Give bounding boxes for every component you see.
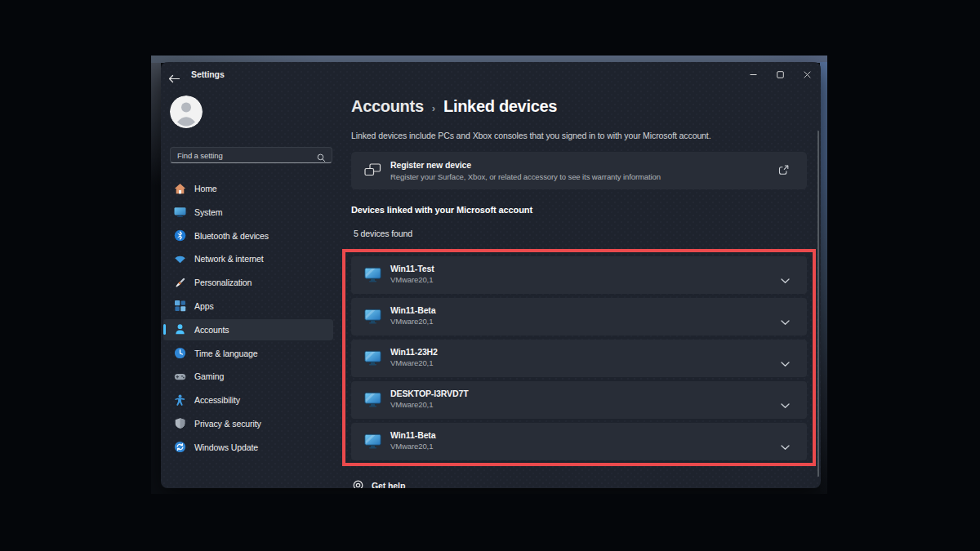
minimize-button[interactable] <box>740 62 767 87</box>
device-row-win11-beta-2[interactable]: Win11-Beta VMware20,1 <box>351 423 807 460</box>
back-arrow-icon <box>168 74 180 83</box>
wifi-icon <box>174 253 186 265</box>
sidebar-item-label: Time & language <box>194 349 258 358</box>
avatar[interactable] <box>170 96 203 128</box>
close-icon <box>804 71 811 78</box>
search-icon <box>317 151 326 166</box>
monitor-icon <box>364 350 381 370</box>
sidebar-item-accessibility[interactable]: Accessibility <box>163 389 333 411</box>
device-name: Win11-Test <box>390 264 434 273</box>
desktop-background: Settings Find a setting Home <box>151 56 827 494</box>
search-placeholder: Find a setting <box>177 151 223 160</box>
page-description: Linked devices include PCs and Xbox cons… <box>351 131 711 140</box>
breadcrumb-separator: › <box>432 102 435 114</box>
accounts-icon <box>174 323 186 335</box>
accessibility-icon <box>174 394 186 407</box>
breadcrumb-accounts[interactable]: Accounts <box>351 97 424 115</box>
back-button[interactable] <box>168 72 180 81</box>
device-name: Win11-Beta <box>390 430 436 440</box>
external-link-icon[interactable] <box>777 165 789 180</box>
sidebar-item-label: Bluetooth & devices <box>194 231 269 241</box>
sidebar-item-label: Personalization <box>194 278 252 287</box>
update-icon <box>174 441 186 453</box>
device-model: VMware20,1 <box>390 317 433 326</box>
device-name: Win11-Beta <box>390 305 436 315</box>
system-icon <box>174 206 186 218</box>
sidebar-item-apps[interactable]: Apps <box>163 295 333 317</box>
sidebar-item-label: Privacy & security <box>194 419 261 429</box>
shield-icon <box>174 417 186 429</box>
main-content: Accounts›Linked devices Linked devices i… <box>351 90 821 488</box>
wallpaper-left-band <box>151 63 161 185</box>
settings-window: Settings Find a setting Home <box>161 62 821 488</box>
monitor-icon <box>364 309 381 328</box>
sidebar-item-bluetooth-devices[interactable]: Bluetooth & devices <box>163 225 333 247</box>
chevron-down-icon[interactable] <box>781 314 790 329</box>
chevron-down-icon[interactable] <box>781 273 790 287</box>
sidebar-item-gaming[interactable]: Gaming <box>163 366 333 387</box>
user-icon <box>170 96 203 128</box>
sidebar-item-home[interactable]: Home <box>163 178 333 199</box>
maximize-icon <box>777 71 784 78</box>
sidebar-item-label: Home <box>194 184 217 193</box>
chevron-down-icon[interactable] <box>781 398 790 412</box>
sidebar-item-accounts[interactable]: Accounts <box>163 319 333 340</box>
device-model: VMware20,1 <box>390 275 433 284</box>
sidebar-item-label: Network & internet <box>194 254 264 264</box>
sidebar-nav: Home System Bluetooth & devices Network … <box>163 178 333 460</box>
gamepad-icon <box>174 371 186 383</box>
device-name: DESKTOP-I3RVD7T <box>390 389 469 398</box>
devices-icon <box>364 163 381 181</box>
device-row-win11-23h2[interactable]: Win11-23H2 VMware20,1 <box>351 340 807 377</box>
brush-icon <box>174 277 186 289</box>
search-input[interactable]: Find a setting <box>170 147 332 163</box>
minimize-icon <box>750 71 757 78</box>
monitor-icon <box>364 267 381 287</box>
device-model: VMware20,1 <box>390 358 433 367</box>
sidebar-item-label: System <box>194 207 222 217</box>
apps-icon <box>174 300 186 312</box>
register-title: Register new device <box>390 160 471 170</box>
home-icon <box>174 183 186 195</box>
window-title: Settings <box>191 69 225 79</box>
active-indicator <box>163 324 166 335</box>
register-new-device-card[interactable]: Register new device Register your Surfac… <box>351 152 807 189</box>
device-model: VMware20,1 <box>390 442 433 451</box>
get-help-link[interactable]: Get help <box>353 480 405 488</box>
sidebar-item-label: Apps <box>194 301 214 311</box>
sidebar-item-privacy-security[interactable]: Privacy & security <box>163 413 333 434</box>
monitor-icon <box>364 433 381 453</box>
devices-count: 5 devices found <box>354 229 412 238</box>
device-row-win11-beta[interactable]: Win11-Beta VMware20,1 <box>351 298 807 335</box>
clock-icon <box>174 347 186 359</box>
window-controls <box>740 62 821 87</box>
sidebar-item-label: Accounts <box>194 325 229 335</box>
device-model: VMware20,1 <box>390 400 433 409</box>
sidebar-item-network-internet[interactable]: Network & internet <box>163 248 333 269</box>
devices-section-title: Devices linked with your Microsoft accou… <box>351 205 532 215</box>
page-title: Linked devices <box>443 97 557 115</box>
sidebar-item-time-language[interactable]: Time & language <box>163 343 333 364</box>
sidebar-item-label: Accessibility <box>194 395 240 405</box>
sidebar-item-system[interactable]: System <box>163 202 333 223</box>
sidebar-item-label: Windows Update <box>194 442 258 452</box>
sidebar-item-personalization[interactable]: Personalization <box>163 272 333 293</box>
bluetooth-icon <box>174 229 186 242</box>
get-help-label: Get help <box>372 481 405 489</box>
close-button[interactable] <box>794 62 821 87</box>
chevron-down-icon[interactable] <box>781 439 790 454</box>
device-name: Win11-23H2 <box>390 347 438 357</box>
device-row-win11-test[interactable]: Win11-Test VMware20,1 <box>351 256 807 294</box>
wallpaper-right-band <box>820 62 827 494</box>
sidebar-item-label: Gaming <box>194 371 224 381</box>
register-description: Register your Surface, Xbox, or related … <box>390 172 661 181</box>
breadcrumb: Accounts›Linked devices <box>351 96 557 116</box>
monitor-icon <box>364 392 381 411</box>
help-icon <box>353 480 363 488</box>
maximize-button[interactable] <box>767 62 794 87</box>
scrollbar[interactable] <box>817 131 819 477</box>
sidebar-item-windows-update[interactable]: Windows Update <box>163 437 333 458</box>
chevron-down-icon[interactable] <box>781 356 790 371</box>
device-row-desktop-i3rvd7t[interactable]: DESKTOP-I3RVD7T VMware20,1 <box>351 381 807 419</box>
